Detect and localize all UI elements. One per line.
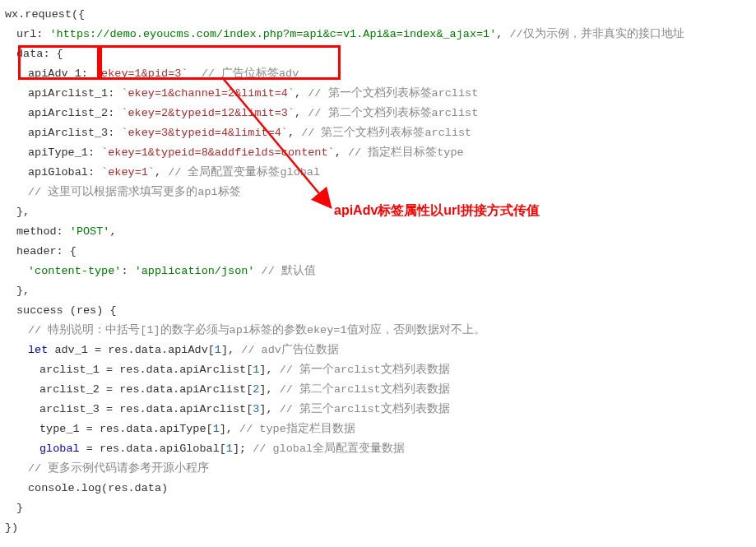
code-line: arclist_3 = res.data.apiArclist[3], // 第… <box>5 400 751 420</box>
code-line: header: { <box>5 242 751 262</box>
code-block: wx.request({ url: 'https://demo.eyoucms.… <box>5 5 751 538</box>
code-line: let adv_1 = res.data.apiAdv[1], // adv广告… <box>5 341 751 360</box>
code-line: url: 'https://demo.eyoucms.com/index.php… <box>5 25 751 44</box>
code-line: }) <box>5 518 751 538</box>
code-line: data: { <box>5 44 751 64</box>
code-line: // 特别说明：中括号[1]的数字必须与api标签的参数ekey=1值对应，否则… <box>5 321 751 341</box>
code-line: }, <box>5 281 751 301</box>
code-line: // 这里可以根据需求填写更多的api标签 <box>5 183 751 202</box>
code-line: 'content-type': 'application/json' // 默认… <box>5 262 751 281</box>
code-line: arclist_1 = res.data.apiArclist[1], // 第… <box>5 360 751 380</box>
annotation-text: apiAdv标签属性以url拼接方式传值 <box>334 201 540 220</box>
code-line: global = res.data.apiGlobal[1]; // globa… <box>5 439 751 459</box>
code-line: // 更多示例代码请参考开源小程序 <box>5 459 751 479</box>
code-line: apiArclist_2: `ekey=2&typeid=12&limit=3`… <box>5 104 751 123</box>
code-line: wx.request({ <box>5 5 751 25</box>
code-line: console.log(res.data) <box>5 479 751 498</box>
code-line: type_1 = res.data.apiType[1], // type指定栏… <box>5 420 751 439</box>
code-line: apiType_1: `ekey=1&typeid=8&addfields=co… <box>5 143 751 163</box>
code-line: apiArclist_1: `ekey=1&channel=2&limit=4`… <box>5 84 751 104</box>
code-line: success (res) { <box>5 301 751 321</box>
code-line: } <box>5 498 751 518</box>
code-line: apiArclist_3: `ekey=3&typeid=4&limit=4`,… <box>5 123 751 143</box>
code-line: arclist_2 = res.data.apiArclist[2], // 第… <box>5 380 751 400</box>
code-line: apiGlobal: `ekey=1`, // 全局配置变量标签global <box>5 163 751 183</box>
code-line: apiAdv_1: `ekey=1&pid=3` // 广告位标签adv <box>5 64 751 84</box>
code-line: method: 'POST', <box>5 222 751 242</box>
